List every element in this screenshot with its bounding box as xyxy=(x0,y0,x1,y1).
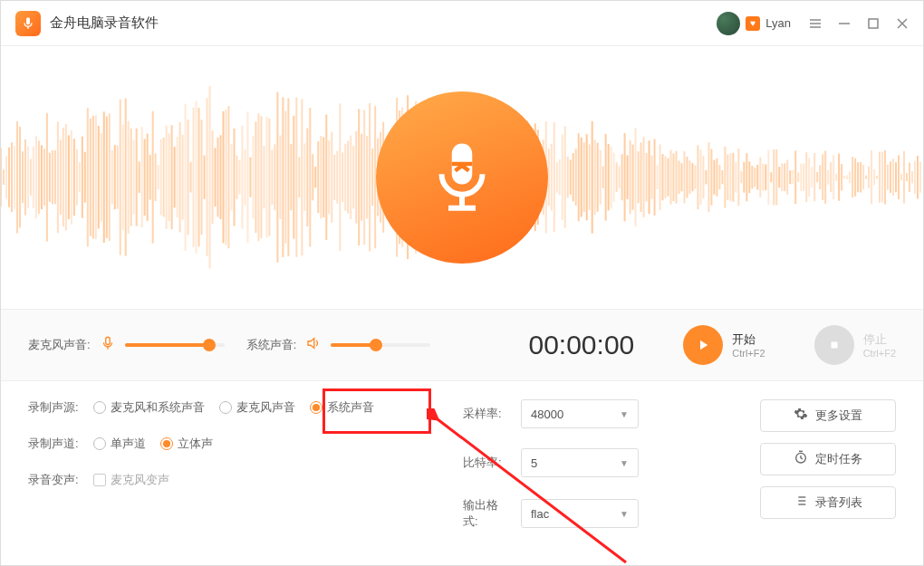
titlebar: 金舟电脑录音软件 ♥ Lyan xyxy=(1,1,923,46)
source-radio-1[interactable]: 麦克风声音 xyxy=(219,399,295,416)
record-list-label: 录音列表 xyxy=(815,494,862,511)
app-logo-icon xyxy=(15,11,41,36)
sample-rate-value: 48000 xyxy=(531,408,563,421)
sample-rate-row: 采样率: 48000 ▼ xyxy=(463,399,639,428)
maximize-button[interactable] xyxy=(867,17,880,30)
clock-icon xyxy=(794,450,808,468)
svg-rect-350 xyxy=(105,337,110,344)
settings-panel: 录制声源: 麦克风和系统声音麦克风声音系统声音 录制声道: 单声道立体声 录音变… xyxy=(1,381,923,548)
channel-row: 录制声道: 单声道立体声 xyxy=(28,436,427,452)
voice-change-option: 麦克风变声 xyxy=(111,472,169,488)
chevron-down-icon: ▼ xyxy=(620,409,629,419)
channel-radio-0[interactable]: 单声道 xyxy=(93,436,146,452)
scheduled-label: 定时任务 xyxy=(815,451,862,467)
source-radio-label-2: 系统声音 xyxy=(327,399,374,416)
user-area[interactable]: ♥ Lyan xyxy=(717,12,791,35)
chevron-down-icon: ▼ xyxy=(620,509,629,519)
format-select[interactable]: flac ▼ xyxy=(521,499,639,528)
gear-icon xyxy=(794,407,808,425)
center-mic-icon xyxy=(376,91,548,264)
sys-volume-slider[interactable] xyxy=(331,343,430,347)
format-label: 输出格式: xyxy=(463,497,510,530)
close-button[interactable] xyxy=(896,17,909,30)
more-settings-button[interactable]: 更多设置 xyxy=(760,399,896,432)
channel-radio-label-0: 单声道 xyxy=(111,436,146,452)
sample-rate-label: 采样率: xyxy=(463,406,510,422)
mic-volume-group: 麦克风声音: xyxy=(28,335,225,355)
control-bar: 麦克风声音: 系统声音: 00:00:00 开始 Ctrl+F2 停止 Ctrl… xyxy=(1,309,923,381)
mic-volume-slider[interactable] xyxy=(125,343,225,347)
bitrate-value: 5 xyxy=(531,456,537,470)
voice-change-row: 录音变声: 麦克风变声 xyxy=(28,472,427,488)
start-label: 开始 xyxy=(732,331,765,348)
channel-radio-1[interactable]: 立体声 xyxy=(160,436,213,452)
more-settings-label: 更多设置 xyxy=(815,408,862,424)
stop-button: 停止 Ctrl+F2 xyxy=(814,325,896,365)
avatar xyxy=(717,12,740,35)
sys-volume-label: 系统声音: xyxy=(246,337,297,353)
voice-change-checkbox[interactable]: 麦克风变声 xyxy=(93,472,169,488)
source-radio-label-1: 麦克风声音 xyxy=(236,399,295,416)
bitrate-label: 比特率: xyxy=(463,455,510,471)
chevron-down-icon: ▼ xyxy=(620,458,629,468)
app-title: 金舟电脑录音软件 xyxy=(50,14,159,32)
play-icon xyxy=(683,325,723,365)
svg-rect-4 xyxy=(869,19,878,28)
source-radio-label-0: 麦克风和系统声音 xyxy=(111,399,205,416)
bitrate-row: 比特率: 5 ▼ xyxy=(463,448,639,477)
channel-radio-label-1: 立体声 xyxy=(178,436,213,452)
stop-label: 停止 xyxy=(863,331,896,348)
vip-badge-icon: ♥ xyxy=(746,16,760,31)
voice-change-label: 录音变声: xyxy=(28,472,82,488)
svg-rect-352 xyxy=(831,342,837,349)
source-radio-0[interactable]: 麦克风和系统声音 xyxy=(93,399,205,416)
mic-icon xyxy=(100,335,116,355)
start-button[interactable]: 开始 Ctrl+F2 xyxy=(683,325,765,365)
format-value: flac xyxy=(531,507,549,521)
waveform-area xyxy=(1,46,923,309)
stop-shortcut: Ctrl+F2 xyxy=(863,348,896,359)
start-shortcut: Ctrl+F2 xyxy=(732,348,765,359)
source-radio-2[interactable]: 系统声音 xyxy=(310,399,374,416)
sys-volume-group: 系统声音: xyxy=(246,335,431,355)
record-list-button[interactable]: 录音列表 xyxy=(760,486,896,519)
username: Lyan xyxy=(765,16,791,30)
timer-display: 00:00:00 xyxy=(528,330,634,360)
mic-volume-label: 麦克风声音: xyxy=(28,337,91,353)
list-icon xyxy=(794,494,808,512)
source-row: 录制声源: 麦克风和系统声音麦克风声音系统声音 xyxy=(28,399,427,416)
source-label: 录制声源: xyxy=(28,399,82,416)
bitrate-select[interactable]: 5 ▼ xyxy=(521,448,639,477)
stop-icon xyxy=(814,325,854,365)
menu-button[interactable] xyxy=(809,17,822,30)
speaker-icon xyxy=(305,335,322,355)
minimize-button[interactable] xyxy=(838,17,851,30)
scheduled-button[interactable]: 定时任务 xyxy=(760,443,896,475)
channel-label: 录制声道: xyxy=(28,436,82,452)
format-row: 输出格式: flac ▼ xyxy=(463,497,639,530)
sample-rate-select[interactable]: 48000 ▼ xyxy=(521,399,639,428)
